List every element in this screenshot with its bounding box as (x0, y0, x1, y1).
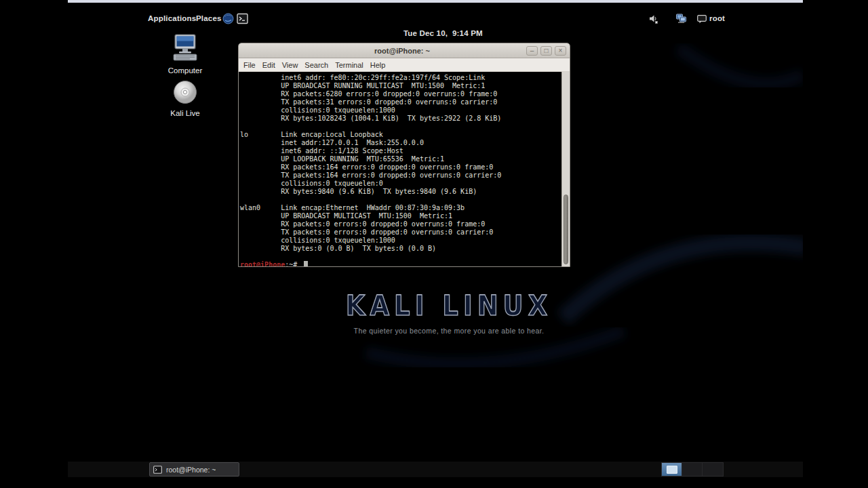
scrollbar-thumb[interactable] (564, 195, 568, 264)
bottom-taskbar: root@iPhone: ~ (68, 462, 803, 477)
menu-search[interactable]: Search (301, 61, 332, 69)
places-menu[interactable]: Places (196, 14, 222, 22)
terminal-task-icon (153, 466, 162, 474)
desktop-icon-label: Kali Live (155, 109, 216, 117)
workspace-3[interactable] (703, 463, 723, 476)
terminal-titlebar[interactable]: root@iPhone: ~ – □ × (239, 43, 570, 58)
terminal-launcher-icon[interactable] (237, 13, 248, 24)
prompt-suffix: :~# (285, 261, 301, 266)
desktop-icon-computer[interactable]: Computer (155, 34, 216, 75)
terminal-window: root@iPhone: ~ – □ × File Edit View Sear… (238, 43, 570, 267)
terminal-output: inet6 addr: fe80::20c:29ff:fe2a:197f/64 … (239, 72, 570, 253)
workspace-switcher (661, 462, 724, 476)
chat-bubble-icon[interactable] (697, 15, 707, 24)
menu-edit[interactable]: Edit (259, 61, 279, 69)
terminal-menubar: File Edit View Search Terminal Help (239, 58, 570, 72)
menu-terminal[interactable]: Terminal (332, 61, 367, 69)
workspace-1-active[interactable] (662, 463, 682, 476)
workspace-window-thumbnail (667, 466, 677, 474)
window-controls: – □ × (526, 46, 570, 56)
workspace-2[interactable] (682, 463, 703, 476)
menu-help[interactable]: Help (367, 61, 389, 69)
wallpaper-title: KALI LINUX (81, 290, 816, 321)
cd-disc-icon (172, 79, 198, 105)
computer-icon (171, 34, 199, 62)
terminal-prompt: root@iPhone:~# (240, 261, 308, 266)
terminal-scrollbar[interactable] (561, 72, 570, 266)
menu-file[interactable]: File (240, 61, 259, 69)
browser-globe-icon[interactable] (222, 13, 234, 24)
applications-menu[interactable]: Applications (148, 14, 196, 22)
prompt-user-host: root@iPhone (240, 261, 285, 266)
close-button[interactable]: × (555, 46, 566, 56)
wallpaper-branding: KALI LINUX The quieter you become, the m… (81, 291, 816, 335)
desktop-screen: Applications Places Tue Dec 10, 9:14 PM (68, 0, 803, 488)
desktop-icon-kali-live[interactable]: Kali Live (155, 79, 216, 117)
terminal-cursor (304, 261, 308, 266)
top-panel: Applications Places Tue Dec 10, 9:14 PM (68, 3, 803, 31)
taskbar-item-label: root@iPhone: ~ (166, 466, 216, 474)
menu-view[interactable]: View (279, 61, 302, 69)
wallpaper-tagline: The quieter you become, the more you are… (81, 327, 816, 335)
desktop-icon-label: Computer (155, 66, 216, 75)
taskbar-item-terminal[interactable]: root@iPhone: ~ (149, 462, 239, 476)
volume-muted-icon[interactable] (648, 13, 660, 24)
terminal-output-area[interactable]: inet6 addr: fe80::20c:29ff:fe2a:197f/64 … (239, 72, 570, 266)
username-menu[interactable]: root (709, 14, 725, 22)
minimize-button[interactable]: – (526, 46, 538, 56)
network-icon[interactable] (675, 13, 687, 24)
window-title: root@iPhone: ~ (239, 47, 526, 55)
maximize-button[interactable]: □ (540, 46, 552, 56)
